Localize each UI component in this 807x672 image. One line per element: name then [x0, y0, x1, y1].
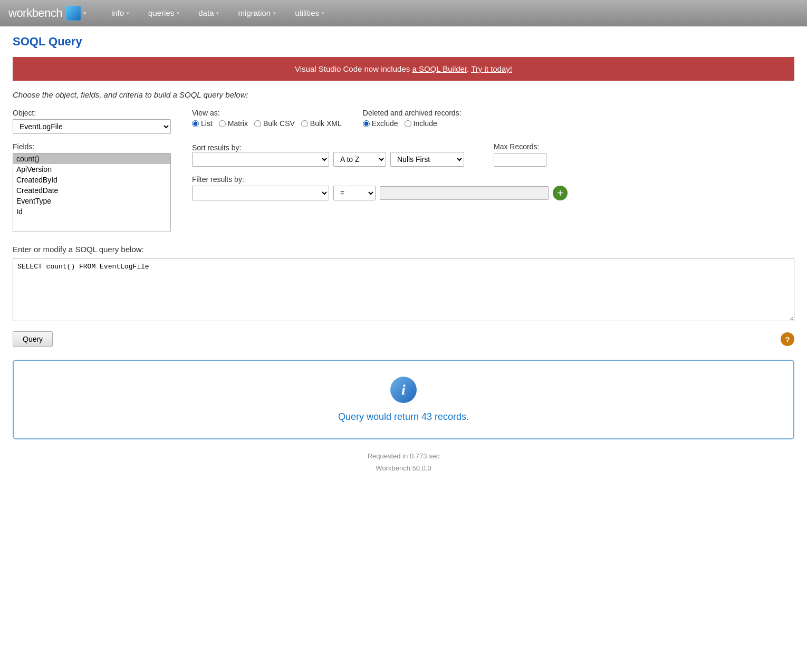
- view-as-group: View as: List Matrix Bulk CSV Bulk XML: [192, 109, 342, 128]
- filter-label: Filter results by:: [192, 175, 794, 184]
- banner-separator: .: [467, 64, 471, 73]
- banner-link-soql-builder[interactable]: a SOQL Builder: [412, 64, 467, 73]
- radio-include-label: Include: [414, 119, 437, 128]
- radio-bulk-xml-input[interactable]: [301, 120, 308, 127]
- sort-label: Sort results by:: [192, 143, 241, 152]
- max-records-label: Max Records:: [494, 142, 546, 151]
- nav-item-queries[interactable]: queries ▾: [139, 0, 189, 26]
- field-option-count: count(): [13, 153, 170, 164]
- footer-line1: Requested in 0.773 sec: [13, 450, 794, 462]
- radio-matrix-label: Matrix: [228, 119, 248, 128]
- nav-link-data[interactable]: data ▾: [189, 0, 228, 26]
- banner: Visual Studio Code now includes a SOQL B…: [13, 57, 794, 81]
- soql-section: Enter or modify a SOQL query below: SELE…: [13, 245, 794, 323]
- nav-item-data[interactable]: data ▾: [189, 0, 228, 26]
- filter-row: Filter results by: = != < > <= >= LIK: [192, 175, 794, 200]
- brand-dropdown-arrow-icon: ▾: [83, 10, 86, 16]
- field-option-eventtype: EventType: [13, 196, 170, 206]
- sort-row: Sort results by: A to Z Z to A: [192, 142, 794, 167]
- object-select[interactable]: EventLogFile Account Contact Lead Opport…: [13, 119, 171, 134]
- radio-list[interactable]: List: [192, 119, 213, 128]
- nav-label-data: data: [198, 8, 214, 17]
- radio-matrix-input[interactable]: [219, 120, 226, 127]
- nav-link-queries[interactable]: queries ▾: [139, 0, 189, 26]
- navbar: workbench ▾ info ▾ queries ▾ data ▾ migr…: [0, 0, 807, 26]
- nav-menu: info ▾ queries ▾ data ▾ migration ▾ util: [102, 0, 334, 26]
- field-option-id: Id: [13, 206, 170, 217]
- nav-item-migration[interactable]: migration ▾: [228, 0, 285, 26]
- sort-field-select[interactable]: [192, 152, 329, 167]
- banner-link2-text: Try it today!: [471, 64, 512, 73]
- info-icon-large: i: [390, 377, 417, 403]
- max-records-group: Max Records:: [494, 142, 546, 167]
- banner-link1-text: a SOQL Builder: [412, 64, 467, 73]
- radio-exclude-label: Exclude: [372, 119, 398, 128]
- filter-value-input[interactable]: [380, 186, 549, 200]
- object-group: Object: EventLogFile Account Contact Lea…: [13, 109, 171, 134]
- radio-matrix[interactable]: Matrix: [219, 119, 248, 128]
- radio-bulk-xml[interactable]: Bulk XML: [301, 119, 342, 128]
- result-text: Query would return 43 records.: [338, 411, 469, 423]
- radio-bulk-csv-input[interactable]: [254, 120, 261, 127]
- help-icon[interactable]: ?: [781, 332, 794, 346]
- nav-link-utilities[interactable]: utilities ▾: [285, 0, 334, 26]
- nav-label-queries: queries: [148, 8, 174, 17]
- form-area: Object: EventLogFile Account Contact Lea…: [13, 109, 794, 232]
- nav-arrow-utilities-icon: ▾: [322, 11, 324, 16]
- nav-label-utilities: utilities: [295, 8, 319, 17]
- radio-exclude-input[interactable]: [363, 120, 370, 127]
- sort-nulls-select[interactable]: Nulls First Nulls Last: [390, 152, 464, 167]
- fields-section: Fields: count() ApiVersion CreatedById C…: [13, 142, 794, 232]
- brand-cube-icon: [65, 5, 81, 21]
- nav-label-info: info: [111, 8, 124, 17]
- view-as-radio-row: List Matrix Bulk CSV Bulk XML: [192, 119, 342, 128]
- nav-arrow-data-icon: ▾: [216, 11, 219, 16]
- footer: Requested in 0.773 sec Workbench 50.0.0: [13, 450, 794, 483]
- radio-include[interactable]: Include: [405, 119, 437, 128]
- field-option-createdbyid: CreatedById: [13, 175, 170, 185]
- fields-label: Fields:: [13, 142, 171, 151]
- nav-item-info[interactable]: info ▾: [102, 0, 139, 26]
- subtitle: Choose the object, fields, and criteria …: [13, 90, 794, 99]
- brand-text: workbench: [8, 6, 62, 20]
- radio-list-label: List: [201, 119, 213, 128]
- radio-include-input[interactable]: [405, 120, 411, 127]
- sort-controls: A to Z Z to A Nulls First Nulls Last: [192, 152, 464, 167]
- filter-controls: = != < > <= >= LIKE +: [192, 186, 794, 200]
- filter-field-select[interactable]: [192, 186, 329, 200]
- sort-filter-section: Sort results by: A to Z Z to A: [192, 142, 794, 200]
- banner-link-try-today[interactable]: Try it today!: [471, 64, 512, 73]
- max-records-input[interactable]: [494, 153, 546, 167]
- radio-bulk-csv[interactable]: Bulk CSV: [254, 119, 295, 128]
- nav-arrow-queries-icon: ▾: [177, 11, 179, 16]
- filter-op-select[interactable]: = != < > <= >= LIKE: [333, 186, 376, 200]
- nav-arrow-migration-icon: ▾: [273, 11, 276, 16]
- deleted-group: Deleted and archived records: Exclude In…: [363, 109, 462, 128]
- soql-textarea[interactable]: SELECT count() FROM EventLogFile: [13, 258, 794, 321]
- results-box: i Query would return 43 records.: [13, 360, 794, 439]
- query-button[interactable]: Query: [13, 331, 53, 347]
- radio-bulk-xml-label: Bulk XML: [310, 119, 342, 128]
- nav-link-info[interactable]: info ▾: [102, 0, 139, 26]
- query-row: Query ?: [13, 331, 794, 347]
- field-option-createddate: CreatedDate: [13, 185, 170, 196]
- nav-item-utilities[interactable]: utilities ▾: [285, 0, 334, 26]
- soql-label: Enter or modify a SOQL query below:: [13, 245, 794, 254]
- radio-bulk-csv-label: Bulk CSV: [263, 119, 295, 128]
- form-row-1: Object: EventLogFile Account Contact Lea…: [13, 109, 794, 134]
- navbar-brand[interactable]: workbench ▾: [8, 5, 86, 21]
- sort-dir-select[interactable]: A to Z Z to A: [333, 152, 386, 167]
- field-option-apiversion: ApiVersion: [13, 164, 170, 175]
- radio-list-input[interactable]: [192, 120, 199, 127]
- nav-label-migration: migration: [238, 8, 271, 17]
- fields-listbox[interactable]: count() ApiVersion CreatedById CreatedDa…: [13, 153, 171, 232]
- deleted-radio-row: Exclude Include: [363, 119, 462, 128]
- radio-exclude[interactable]: Exclude: [363, 119, 398, 128]
- fields-group: Fields: count() ApiVersion CreatedById C…: [13, 142, 171, 232]
- view-as-label: View as:: [192, 109, 342, 117]
- deleted-label: Deleted and archived records:: [363, 109, 462, 117]
- add-filter-button[interactable]: +: [553, 186, 568, 200]
- object-label: Object:: [13, 109, 171, 117]
- nav-link-migration[interactable]: migration ▾: [228, 0, 285, 26]
- main-content: SOQL Query Visual Studio Code now includ…: [0, 26, 807, 492]
